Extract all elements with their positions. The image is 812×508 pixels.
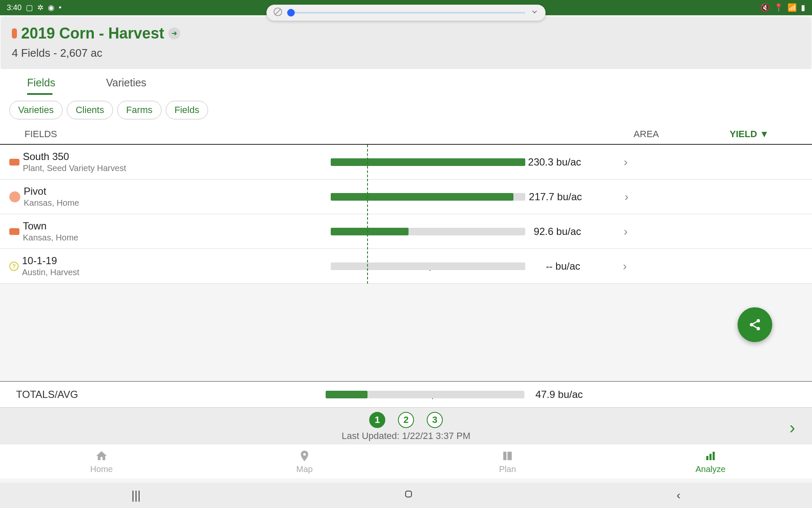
android-nav-bar: ||| ‹ (0, 483, 812, 508)
svg-point-5 (757, 327, 760, 330)
arrow-right-icon[interactable] (168, 28, 180, 39)
tab-varieties[interactable]: Varieties (89, 69, 180, 95)
chevron-right-icon[interactable]: › (580, 260, 631, 273)
volume-slider-thumb[interactable] (287, 9, 295, 17)
last-updated-text: Last Updated: 1/22/21 3:37 PM (10, 431, 802, 442)
field-name: 10-1-19 (22, 255, 326, 267)
pager-page-2[interactable]: 2 (398, 412, 414, 428)
svg-line-1 (276, 10, 280, 14)
svg-rect-10 (706, 456, 708, 460)
chevron-right-icon[interactable]: › (582, 190, 633, 204)
status-right: 🔇 📍 📶 ▮ (760, 3, 805, 12)
field-shape-icon (9, 191, 20, 202)
totals-bar-fill (326, 391, 368, 398)
svg-line-6 (753, 322, 757, 324)
battery-icon: ▮ (801, 3, 805, 12)
totals-bar (326, 391, 524, 398)
page-subtitle: 4 Fields - 2,607 ac (12, 47, 800, 60)
field-sub: Kansas, Home (23, 233, 327, 243)
average-reference-line (367, 145, 368, 284)
totals-label: TOTALS/AVG (16, 389, 329, 400)
tab-fields[interactable]: Fields (10, 69, 89, 95)
fields-list: South 350 Plant, Seed Variety Harvest 34… (0, 145, 812, 284)
table-row[interactable]: Pivot Kansas, Home 125.5 ac 217.7 bu/ac … (0, 179, 812, 214)
table-row[interactable]: South 350 Plant, Seed Variety Harvest 34… (0, 145, 812, 179)
chip-fields[interactable]: Fields (166, 101, 208, 119)
field-sub: Plant, Seed Variety Harvest (23, 163, 327, 173)
plan-icon (501, 449, 514, 463)
field-sub: Austin, Harvest (22, 268, 326, 277)
yield-bar-fill (331, 158, 525, 166)
bottom-nav: Home Map Plan Analyze (0, 444, 812, 478)
table-row[interactable]: Town Kansas, Home 193.0 ac 92.6 bu/ac › (0, 214, 812, 249)
wifi-icon: 📶 (787, 3, 797, 12)
yield-bar (331, 193, 525, 201)
status-time: 3:40 (7, 3, 22, 12)
svg-rect-13 (406, 491, 411, 497)
header-title-row: 2019 Corn - Harvest (12, 25, 800, 42)
row-text: 10-1-19 Austin, Harvest (22, 255, 326, 277)
tractor-icon: ◉ (48, 3, 55, 12)
tab-varieties-label: Varieties (106, 77, 146, 88)
row-text: Town Kansas, Home (23, 220, 327, 243)
field-shape-icon (9, 159, 19, 166)
svg-rect-8 (503, 452, 507, 460)
pager-page-1[interactable]: 1 (369, 412, 385, 428)
mute-icon: 🔇 (760, 3, 770, 12)
svg-rect-12 (713, 452, 715, 460)
field-shape-icon (9, 228, 19, 235)
question-icon: ? (9, 262, 19, 271)
column-header-area[interactable]: AREA (515, 129, 676, 140)
pager-page-3[interactable]: 3 (427, 412, 443, 428)
analyze-icon (704, 449, 717, 463)
nav-home[interactable]: Home (47, 449, 156, 474)
map-icon (298, 449, 311, 463)
chevron-right-icon[interactable]: › (581, 155, 632, 169)
volume-slider-track[interactable] (288, 12, 525, 14)
field-name: Pivot (24, 185, 328, 197)
nav-plan[interactable]: Plan (453, 449, 562, 474)
table-header-row: FIELDS AREA YIELD ▼ (0, 125, 812, 145)
table-row[interactable]: ? 10-1-19 Austin, Harvest 1,941.8 ac -- … (0, 249, 812, 284)
nav-analyze[interactable]: Analyze (656, 449, 765, 474)
field-name: Town (23, 220, 327, 232)
yield-bar (331, 158, 525, 166)
pager-next-button[interactable]: › (790, 418, 795, 437)
nav-analyze-label: Analyze (695, 464, 725, 474)
chip-varieties[interactable]: Varieties (9, 101, 63, 119)
home-button[interactable] (403, 489, 414, 502)
yield-bar (331, 228, 525, 235)
chip-clients[interactable]: Clients (67, 101, 113, 119)
column-header-fields: FIELDS (25, 129, 321, 140)
share-button[interactable] (738, 307, 772, 342)
chevron-down-icon[interactable] (530, 8, 539, 18)
filter-chips-row: Varieties Clients Farms Fields (0, 95, 812, 125)
page-title: 2019 Corn - Harvest (21, 25, 164, 42)
svg-point-4 (750, 323, 753, 326)
dnd-icon (273, 7, 283, 18)
yield-bar-fill (331, 228, 409, 235)
row-text: Pivot Kansas, Home (24, 185, 328, 208)
svg-point-3 (757, 319, 760, 323)
chevron-right-icon[interactable]: › (581, 225, 632, 238)
dot-icon: • (59, 3, 61, 12)
nav-map-label: Map (296, 464, 313, 474)
yield-bar-fill (331, 193, 513, 201)
status-left: 3:40 ▢ ✲ ◉ • (7, 3, 61, 12)
recent-apps-button[interactable]: ||| (132, 489, 141, 502)
nav-home-label: Home (90, 464, 112, 474)
volume-slider-pill[interactable] (266, 5, 546, 21)
nav-map[interactable]: Map (250, 449, 359, 474)
image-icon: ▢ (26, 3, 33, 12)
back-button[interactable]: ‹ (677, 489, 680, 502)
share-icon (748, 318, 762, 331)
fan-icon: ✲ (37, 3, 44, 12)
row-text: South 350 Plant, Seed Variety Harvest (23, 151, 327, 173)
nav-plan-label: Plan (499, 464, 516, 474)
chip-farms[interactable]: Farms (117, 101, 161, 119)
season-header-card[interactable]: 2019 Corn - Harvest 4 Fields - 2,607 ac (2, 17, 810, 69)
fields-table: FIELDS AREA YIELD ▼ South 350 Plant, See… (0, 125, 812, 284)
svg-rect-9 (508, 452, 512, 460)
column-header-yield[interactable]: YIELD ▼ (676, 129, 769, 140)
home-icon (95, 449, 108, 463)
